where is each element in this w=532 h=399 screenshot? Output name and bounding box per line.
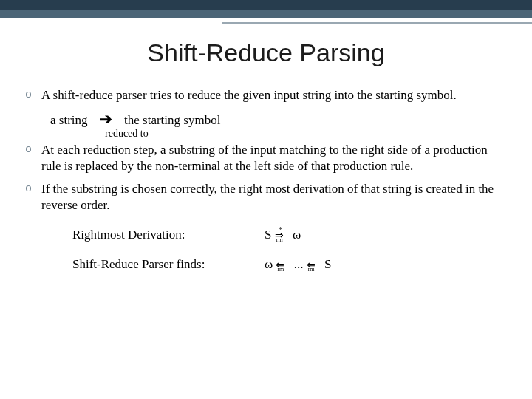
- bullet-2: o At each reduction step, a substring of…: [25, 142, 507, 174]
- symbol-omega: ω: [265, 257, 273, 271]
- bullet-marker: o: [25, 142, 41, 157]
- reduce-illustration: a string ➔ the starting symbol reduced t…: [50, 109, 507, 140]
- arrow-rm: rm: [277, 266, 284, 273]
- reduce-right: the starting symbol: [124, 113, 220, 127]
- derivation-row-1-expr: S * ⇒ rm ω: [265, 227, 301, 243]
- symbol-S: S: [265, 228, 271, 242]
- derivation-row-2-label: Shift-Reduce Parser finds:: [72, 256, 265, 273]
- derivation-row-1: Rightmost Derivation: S * ⇒ rm ω: [72, 227, 507, 243]
- decor-bar-dark: [0, 0, 532, 10]
- reduces-rm-icon: ⇐ rm: [276, 259, 290, 271]
- bullet-2-text: At each reduction step, a substring of t…: [41, 142, 507, 174]
- derivation-block: Rightmost Derivation: S * ⇒ rm ω Shift-R…: [72, 227, 507, 273]
- bullet-3: o If the substring is chosen correctly, …: [25, 181, 507, 214]
- ellipsis: ...: [294, 257, 304, 271]
- derivation-row-2: Shift-Reduce Parser finds: ω ⇐ rm ... ⇐ …: [72, 256, 507, 273]
- body-content: o A shift-reduce parser tries to reduce …: [25, 87, 507, 286]
- arrow-rm: rm: [308, 266, 315, 273]
- reduce-caption: reduced to: [105, 127, 507, 140]
- decor-accent-line: [222, 22, 532, 24]
- page-title: Shift-Reduce Parsing: [0, 38, 532, 67]
- slide: Shift-Reduce Parsing o A shift-reduce pa…: [0, 0, 532, 399]
- bullet-1-text: A shift-reduce parser tries to reduce th…: [41, 87, 507, 103]
- derives-star-rm-icon: * ⇒ rm: [275, 230, 290, 242]
- bullet-1: o A shift-reduce parser tries to reduce …: [25, 87, 507, 103]
- derivation-row-1-label: Rightmost Derivation:: [72, 227, 265, 243]
- arrow-rm: rm: [276, 236, 283, 244]
- arrow-icon: ➔: [100, 109, 112, 129]
- decor-bar-light: [0, 10, 532, 18]
- bullet-3-text: If the substring is chosen correctly, th…: [41, 181, 507, 214]
- reduces-rm-icon: ⇐ rm: [307, 259, 321, 271]
- derivation-row-2-expr: ω ⇐ rm ... ⇐ rm S: [265, 256, 331, 273]
- symbol-S: S: [324, 257, 331, 271]
- reduce-left: a string: [50, 113, 88, 127]
- bullet-marker: o: [25, 181, 41, 197]
- bullet-marker: o: [25, 87, 41, 103]
- symbol-omega: ω: [293, 228, 301, 242]
